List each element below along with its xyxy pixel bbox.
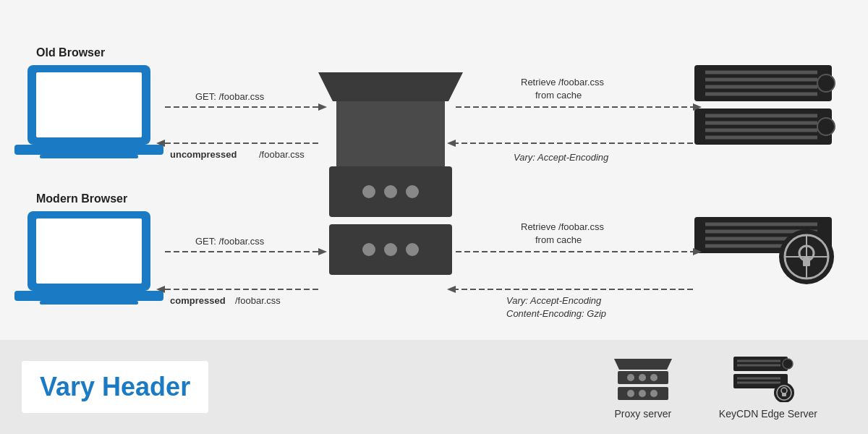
svg-text:/foobar.css: /foobar.css xyxy=(235,295,281,306)
svg-rect-1 xyxy=(36,72,142,137)
svg-marker-60 xyxy=(447,140,456,147)
svg-point-77 xyxy=(639,390,646,397)
svg-rect-17 xyxy=(336,101,445,166)
svg-rect-79 xyxy=(733,357,788,371)
svg-point-82 xyxy=(783,359,793,369)
svg-point-23 xyxy=(817,75,835,92)
svg-point-15 xyxy=(384,243,397,256)
svg-text:Retrieve /foobar.css: Retrieve /foobar.css xyxy=(521,77,604,88)
legend-proxy: Proxy server xyxy=(610,355,676,420)
svg-point-11 xyxy=(384,185,397,198)
vary-header-box: Vary Header xyxy=(22,361,208,413)
proxy-label: Proxy server xyxy=(615,408,672,420)
svg-point-29 xyxy=(817,118,835,135)
svg-point-72 xyxy=(627,374,634,381)
svg-marker-8 xyxy=(318,72,463,101)
svg-text:/foobar.css: /foobar.css xyxy=(259,149,305,160)
diagram-area: Old Browser Modern Browser xyxy=(0,0,868,340)
svg-point-76 xyxy=(627,390,634,397)
legend-edge: KeyCDN Edge Server xyxy=(719,355,817,420)
svg-text:Vary: Accept-Encoding: Vary: Accept-Encoding xyxy=(506,295,602,306)
svg-point-16 xyxy=(406,243,419,256)
svg-point-78 xyxy=(650,390,658,397)
svg-rect-89 xyxy=(782,393,786,396)
svg-marker-49 xyxy=(318,248,327,255)
svg-text:Vary: Accept-Encoding: Vary: Accept-Encoding xyxy=(514,152,609,163)
legend: Proxy server KeyCDN Edge Server xyxy=(610,355,817,420)
svg-text:from cache: from cache xyxy=(535,234,582,245)
svg-text:compressed: compressed xyxy=(170,295,226,306)
svg-rect-6 xyxy=(14,291,163,301)
svg-marker-42 xyxy=(318,103,327,111)
svg-marker-67 xyxy=(447,286,456,293)
svg-text:GET: /foobar.css: GET: /foobar.css xyxy=(195,236,265,247)
svg-text:uncompressed: uncompressed xyxy=(170,149,237,160)
svg-text:GET: /foobar.css: GET: /foobar.css xyxy=(195,91,265,102)
svg-text:Content-Encoding: Gzip: Content-Encoding: Gzip xyxy=(506,308,606,319)
svg-point-12 xyxy=(406,185,419,198)
svg-rect-3 xyxy=(40,155,138,158)
svg-text:Retrieve /foobar.css: Retrieve /foobar.css xyxy=(521,221,604,232)
svg-rect-7 xyxy=(40,301,138,305)
svg-point-10 xyxy=(362,185,375,198)
bottom-bar: Vary Header Proxy server xyxy=(0,340,868,434)
edge-label: KeyCDN Edge Server xyxy=(719,408,817,420)
svg-rect-2 xyxy=(14,145,163,155)
svg-point-73 xyxy=(639,374,646,381)
svg-marker-70 xyxy=(614,359,672,370)
svg-rect-5 xyxy=(36,218,142,284)
svg-point-14 xyxy=(362,243,375,256)
vary-header-title: Vary Header xyxy=(40,372,190,401)
modern-browser-label: Modern Browser xyxy=(36,192,127,205)
svg-text:from cache: from cache xyxy=(535,90,582,101)
old-browser-label: Old Browser xyxy=(36,46,105,59)
svg-point-74 xyxy=(650,374,658,381)
